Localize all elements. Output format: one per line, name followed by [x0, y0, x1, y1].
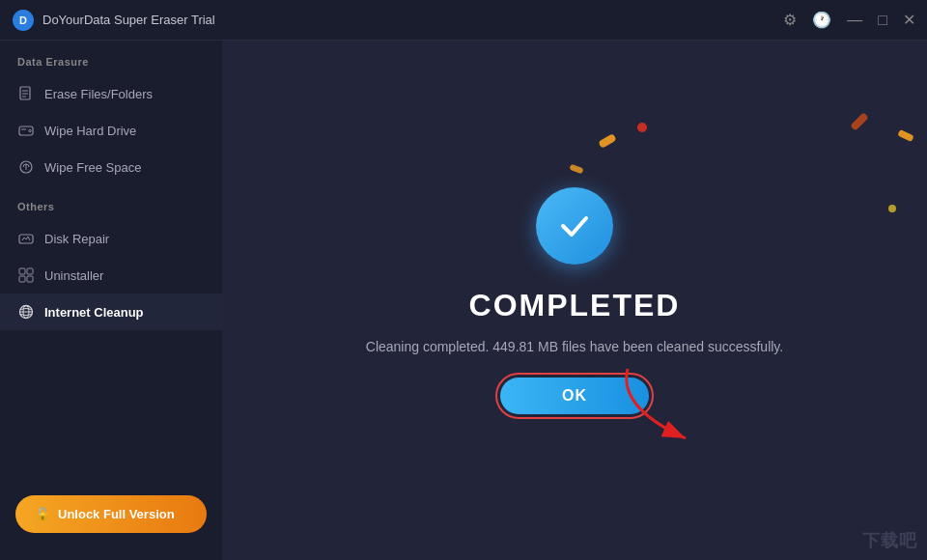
data-erasure-section: Data Erasure — [0, 56, 222, 75]
wipe-hard-drive-label: Wipe Hard Drive — [44, 124, 136, 138]
disk-repair-label: Disk Repair — [44, 232, 109, 246]
uninstaller-label: Uninstaller — [44, 268, 103, 283]
app-title: DoYourData Super Eraser Trial — [42, 13, 783, 27]
close-button[interactable]: ✕ — [903, 11, 915, 29]
sidebar: Data Erasure Erase Files/Folders — [0, 41, 222, 560]
sidebar-item-wipe-free-space[interactable]: Wipe Free Space — [0, 149, 222, 185]
minimize-button[interactable]: — — [847, 12, 862, 29]
sidebar-item-internet-cleanup[interactable]: Internet Cleanup — [0, 294, 222, 330]
erase-files-icon — [17, 85, 35, 102]
svg-rect-13 — [27, 268, 33, 274]
settings-icon[interactable]: ⚙ — [783, 11, 797, 29]
completed-title: COMPLETED — [469, 288, 681, 323]
sidebar-item-wipe-hard-drive[interactable]: Wipe Hard Drive — [0, 112, 222, 149]
history-icon[interactable]: 🕐 — [812, 11, 831, 29]
titlebar: D DoYourData Super Eraser Trial ⚙ 🕐 — □ … — [0, 0, 927, 41]
completed-subtitle: Cleaning completed. 449.81 MB files have… — [366, 339, 783, 354]
sidebar-item-erase-files[interactable]: Erase Files/Folders — [0, 75, 222, 112]
svg-point-7 — [29, 129, 31, 131]
wipe-hard-drive-icon — [17, 122, 35, 139]
disk-repair-icon — [17, 230, 35, 247]
spark-8 — [850, 112, 869, 131]
internet-cleanup-label: Internet Cleanup — [44, 305, 144, 320]
ok-button[interactable]: OK — [500, 378, 649, 414]
spark-2 — [637, 123, 647, 132]
maximize-button[interactable]: □ — [878, 12, 887, 29]
watermark: 下载吧 — [862, 529, 917, 552]
content-area: COMPLETED Cleaning completed. 449.81 MB … — [222, 41, 927, 560]
spark-1 — [598, 133, 617, 149]
sidebar-item-disk-repair[interactable]: Disk Repair — [0, 220, 222, 257]
unlock-label: Unlock Full Version — [58, 507, 175, 521]
ok-button-wrapper: OK — [500, 378, 649, 414]
svg-text:D: D — [19, 14, 27, 26]
spark-7 — [888, 205, 896, 212]
internet-cleanup-icon — [17, 303, 35, 321]
spark-4 — [897, 129, 913, 142]
spark-3 — [569, 164, 583, 174]
wipe-free-space-label: Wipe Free Space — [44, 160, 141, 175]
sidebar-item-uninstaller[interactable]: Uninstaller — [0, 257, 222, 294]
completion-content: COMPLETED Cleaning completed. 449.81 MB … — [366, 187, 783, 414]
svg-rect-15 — [27, 276, 33, 282]
checkmark-icon — [555, 207, 594, 245]
unlock-icon: 🔓 — [35, 507, 50, 521]
uninstaller-icon — [17, 266, 35, 284]
wipe-free-space-icon — [17, 158, 35, 176]
svg-rect-12 — [19, 268, 25, 274]
erase-files-label: Erase Files/Folders — [44, 87, 153, 101]
check-circle — [536, 187, 613, 265]
app-logo: D — [12, 9, 35, 32]
window-controls: ⚙ 🕐 — □ ✕ — [783, 11, 915, 29]
unlock-button[interactable]: 🔓 Unlock Full Version — [15, 495, 207, 533]
svg-rect-14 — [19, 276, 25, 282]
others-section: Others — [0, 201, 222, 220]
main-layout: Data Erasure Erase Files/Folders — [0, 41, 927, 560]
